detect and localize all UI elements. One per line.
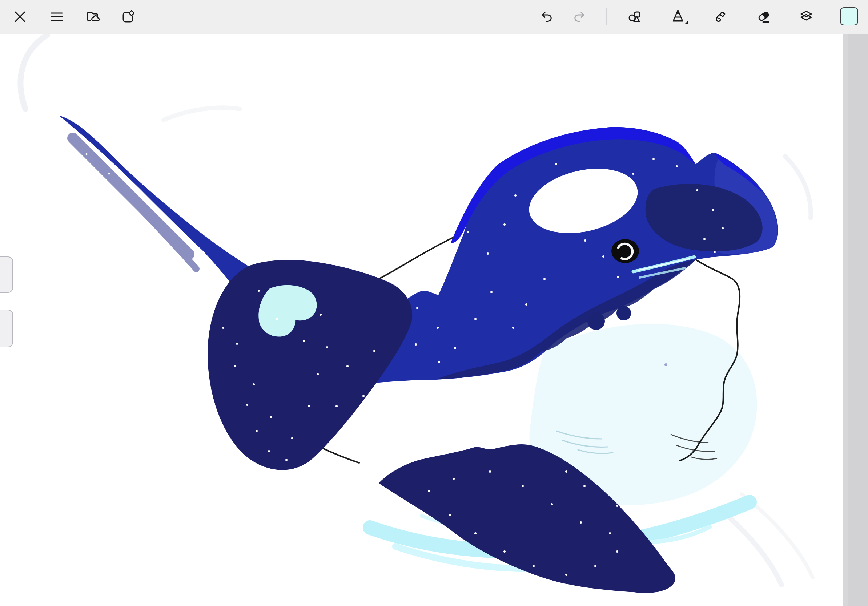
style-cone-icon [670, 8, 690, 26]
style-tool-button[interactable] [669, 6, 690, 27]
shapes-tool-button[interactable] [625, 6, 646, 27]
layers-icon [798, 9, 814, 25]
artwork-orca-painting [0, 0, 868, 606]
right-canvas-gutter [843, 34, 868, 606]
speckle-lavender [665, 363, 667, 366]
close-button[interactable] [9, 6, 31, 27]
eye [611, 239, 639, 263]
menu-button[interactable] [46, 6, 67, 27]
undo-button[interactable] [536, 6, 558, 27]
redo-button[interactable] [569, 6, 590, 27]
left-drawer-handle-bottom[interactable] [0, 309, 13, 347]
shapes-icon [627, 9, 643, 25]
eraser-icon [756, 9, 772, 25]
toolbar [0, 0, 868, 34]
folder-cloud-icon [85, 9, 101, 25]
belly-edge-lump [617, 306, 631, 320]
left-drawer-handle-top[interactable] [0, 257, 13, 293]
files-button[interactable] [82, 6, 103, 27]
submenu-corner-triangle [684, 21, 688, 24]
brush-icon [713, 9, 729, 25]
shape-library-button[interactable] [118, 6, 139, 27]
close-icon [12, 9, 28, 25]
undo-icon [539, 9, 555, 25]
brush-tool-button[interactable] [710, 6, 731, 27]
shape-library-icon [120, 9, 136, 25]
color-swatch[interactable] [840, 7, 858, 25]
eraser-tool-button[interactable] [753, 6, 775, 27]
toolbar-divider [606, 8, 607, 25]
belly-edge-lump [587, 312, 605, 330]
menu-icon [49, 9, 65, 25]
app-window [0, 0, 868, 606]
gutter-highlight [843, 34, 848, 606]
redo-icon [571, 9, 587, 25]
layers-tool-button[interactable] [796, 6, 817, 27]
drawing-canvas[interactable] [0, 0, 868, 606]
